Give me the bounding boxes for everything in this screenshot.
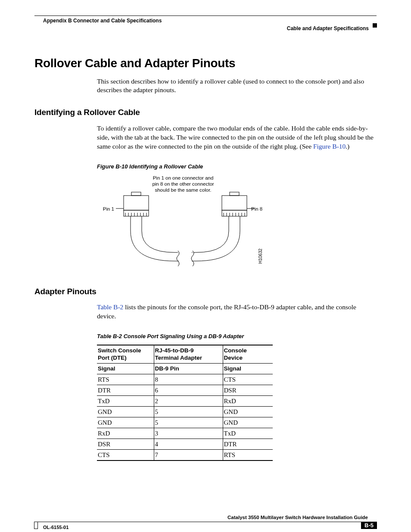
- th-signal-right: Signal: [223, 363, 273, 374]
- pin1-label: Pin 1: [97, 206, 114, 212]
- footer-square-icon: [34, 522, 38, 529]
- table-row: DSR4DTR: [97, 439, 273, 449]
- footer-doc-id: OL-6155-01: [43, 525, 68, 530]
- table-row: GND5GND: [97, 417, 273, 428]
- pinout-table: Switch ConsolePort (DTE) RJ-45-to-DB-9Te…: [97, 345, 273, 461]
- figure-top-label: Pin 1 on one connector andpin 8 on the o…: [144, 175, 222, 193]
- table-row: GND5GND: [97, 406, 273, 417]
- page: Appendix B Connector and Cable Specifica…: [0, 0, 411, 532]
- svg-rect-13: [222, 210, 247, 216]
- th-switch-console: Switch ConsolePort (DTE): [97, 345, 154, 363]
- figure-link[interactable]: Figure B-10: [313, 143, 346, 150]
- table-link[interactable]: Table B-2: [97, 303, 123, 311]
- svg-rect-1: [124, 210, 149, 216]
- svg-rect-22: [230, 192, 239, 196]
- figure-caption: Figure B-10 Identifying a Rollover Cable: [97, 163, 377, 170]
- header-square-icon: [373, 23, 377, 28]
- footer-page-number: B-5: [361, 522, 377, 529]
- section-identifying-rollover: Identifying a Rollover Cable: [34, 108, 377, 117]
- svg-rect-10: [131, 192, 141, 196]
- table-header-row-1: Switch ConsolePort (DTE) RJ-45-to-DB-9Te…: [97, 345, 273, 363]
- footer-doc-title: Catalyst 3550 Multilayer Switch Hardware…: [34, 515, 368, 520]
- table-row: DTR6DSR: [97, 385, 273, 395]
- svg-rect-0: [124, 196, 149, 210]
- adapter-paragraph: Table B-2 lists the pinouts for the cons…: [97, 303, 377, 321]
- rollover-text-b: .): [346, 143, 349, 150]
- svg-rect-12: [222, 196, 247, 210]
- section-adapter-pinouts: Adapter Pinouts: [34, 287, 377, 296]
- table-row: TxD2RxD: [97, 395, 273, 406]
- header-appendix: Appendix B Connector and Cable Specifica…: [43, 18, 377, 24]
- table-row: RTS8CTS: [97, 374, 273, 385]
- th-db9-pin: DB-9 Pin: [154, 363, 223, 374]
- table-header-row-2: Signal DB-9 Pin Signal: [97, 363, 273, 374]
- footer-rule: OL-6155-01 B-5: [34, 522, 377, 522]
- intro-paragraph: This section describes how to identify a…: [97, 77, 377, 95]
- table-caption: Table B-2 Console Port Signaling Using a…: [97, 333, 377, 339]
- header-section: Cable and Adapter Specifications: [34, 25, 369, 31]
- th-console-device: ConsoleDevice: [223, 345, 273, 363]
- adapter-text: lists the pinouts for the console port, …: [97, 303, 356, 320]
- page-title: Rollover Cable and Adapter Pinouts: [34, 56, 377, 70]
- figure-code: H10632: [258, 249, 264, 264]
- figure-b10: Pin 1 on one connector andpin 8 on the o…: [97, 175, 377, 274]
- header-rule: [34, 16, 377, 16]
- th-rj45-db9: RJ-45-to-DB-9Terminal Adapter: [154, 345, 223, 363]
- table-row: RxD3TxD: [97, 428, 273, 439]
- rollover-paragraph: To identify a rollover cable, compare th…: [97, 124, 377, 151]
- table-row: CTS7RTS: [97, 449, 273, 460]
- th-signal-left: Signal: [97, 363, 154, 374]
- table-body: RTS8CTS DTR6DSR TxD2RxD GND5GND GND5GND …: [97, 374, 273, 460]
- pin8-label: Pin 8: [251, 206, 268, 212]
